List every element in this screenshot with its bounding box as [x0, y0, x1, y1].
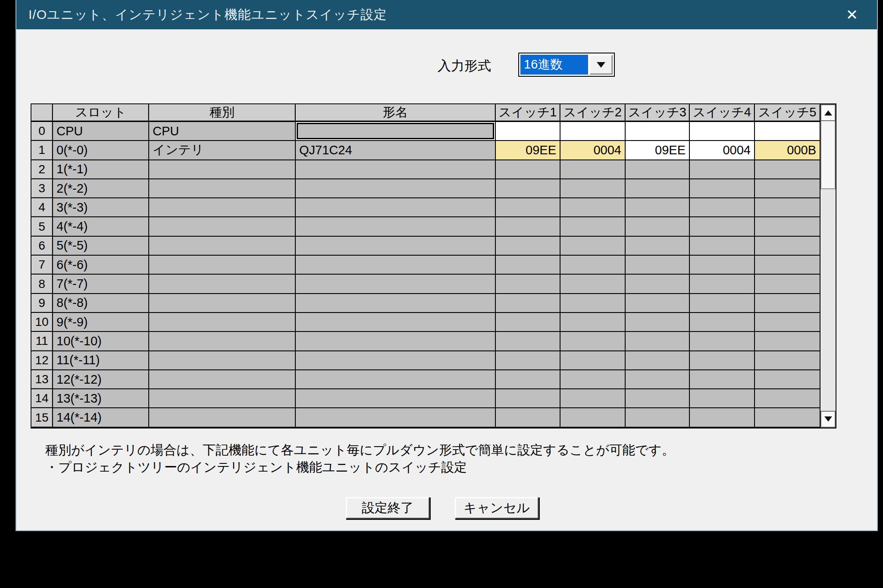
switch-cell[interactable]: [690, 313, 755, 332]
switch-cell[interactable]: [626, 198, 690, 217]
switch-cell[interactable]: [690, 122, 755, 141]
model-cell[interactable]: [296, 370, 496, 389]
switch-cell[interactable]: [690, 217, 755, 236]
type-cell[interactable]: [149, 294, 296, 313]
switch-cell[interactable]: [690, 256, 755, 275]
switch-cell[interactable]: [560, 122, 626, 141]
model-cell[interactable]: [296, 217, 496, 236]
switch-cell[interactable]: [690, 351, 755, 370]
switch-cell[interactable]: [626, 370, 690, 389]
scroll-down-button[interactable]: [820, 411, 836, 428]
switch-cell[interactable]: [626, 408, 690, 427]
switch-cell[interactable]: [626, 237, 690, 256]
switch-cell[interactable]: [496, 408, 560, 427]
switch-cell[interactable]: [690, 198, 755, 217]
switch-cell[interactable]: [755, 122, 820, 141]
switch-cell[interactable]: [496, 198, 560, 217]
switch-cell[interactable]: [560, 256, 626, 275]
switch-cell[interactable]: [690, 389, 755, 408]
model-cell[interactable]: [296, 294, 496, 313]
switch-cell[interactable]: [496, 275, 560, 294]
scroll-up-button[interactable]: [820, 104, 836, 121]
switch-cell[interactable]: [755, 217, 820, 236]
type-cell[interactable]: [149, 256, 296, 275]
switch-cell[interactable]: [626, 275, 690, 294]
model-cell[interactable]: [296, 351, 496, 370]
type-cell[interactable]: [149, 275, 296, 294]
type-cell[interactable]: [149, 179, 296, 198]
switch-cell[interactable]: [626, 351, 690, 370]
scrollbar-track[interactable]: [820, 189, 836, 411]
switch-cell[interactable]: [626, 389, 690, 408]
model-cell[interactable]: [296, 160, 496, 179]
model-cell[interactable]: [296, 122, 496, 141]
model-cell[interactable]: [296, 198, 496, 217]
slot-cell[interactable]: 9(*-9): [53, 313, 149, 332]
switch-cell[interactable]: [560, 389, 626, 408]
switch-cell[interactable]: [626, 217, 690, 236]
switch-cell[interactable]: [496, 237, 560, 256]
switch-cell[interactable]: [496, 294, 560, 313]
switch-cell[interactable]: [560, 198, 626, 217]
switch-cell[interactable]: [755, 408, 820, 427]
switch-cell[interactable]: [690, 160, 755, 179]
model-cell[interactable]: [296, 256, 496, 275]
switch-cell[interactable]: [755, 313, 820, 332]
slot-cell[interactable]: 2(*-2): [53, 179, 149, 198]
slot-cell[interactable]: 7(*-7): [53, 275, 149, 294]
type-cell[interactable]: [149, 217, 296, 236]
slot-cell[interactable]: 8(*-8): [53, 294, 149, 313]
switch-cell[interactable]: [496, 370, 560, 389]
slot-cell[interactable]: 0(*-0): [53, 141, 149, 160]
switch-cell[interactable]: [560, 370, 626, 389]
switch-cell[interactable]: [755, 389, 820, 408]
switch-cell[interactable]: [626, 179, 690, 198]
type-cell[interactable]: [149, 370, 296, 389]
model-cell[interactable]: [296, 389, 496, 408]
slot-cell[interactable]: 10(*-10): [53, 332, 149, 351]
switch-cell[interactable]: [690, 370, 755, 389]
type-cell[interactable]: [149, 351, 296, 370]
model-cell[interactable]: [296, 313, 496, 332]
switch-cell[interactable]: [626, 256, 690, 275]
switch-cell[interactable]: [626, 313, 690, 332]
switch-cell[interactable]: 000B: [755, 141, 820, 160]
type-cell[interactable]: [149, 332, 296, 351]
switch-cell[interactable]: [560, 179, 626, 198]
switch-cell[interactable]: [496, 179, 560, 198]
model-cell[interactable]: [296, 179, 496, 198]
model-cell[interactable]: [296, 275, 496, 294]
switch-cell[interactable]: [496, 351, 560, 370]
switch-cell[interactable]: [560, 351, 626, 370]
switch-cell[interactable]: 09EE: [496, 141, 560, 160]
switch-cell[interactable]: [755, 294, 820, 313]
switch-cell[interactable]: 0004: [690, 141, 755, 160]
switch-cell[interactable]: [560, 332, 626, 351]
switch-cell[interactable]: [560, 408, 626, 427]
input-format-combobox[interactable]: 16進数: [518, 53, 615, 77]
switch-cell[interactable]: [496, 160, 560, 179]
switch-cell[interactable]: [626, 294, 690, 313]
switch-cell[interactable]: [755, 179, 820, 198]
model-cell[interactable]: [296, 332, 496, 351]
scrollbar-thumb[interactable]: [820, 121, 836, 189]
switch-cell[interactable]: [755, 332, 820, 351]
switch-cell[interactable]: [496, 256, 560, 275]
slot-cell[interactable]: 13(*-13): [53, 389, 149, 408]
switch-cell[interactable]: [755, 370, 820, 389]
switch-cell[interactable]: [560, 275, 626, 294]
close-button[interactable]: ✕: [836, 0, 867, 29]
switch-cell[interactable]: 0004: [560, 141, 626, 160]
slot-cell[interactable]: 14(*-14): [53, 408, 149, 427]
combobox-dropdown-button[interactable]: [589, 55, 613, 75]
model-cell[interactable]: [296, 408, 496, 427]
slot-cell[interactable]: 5(*-5): [53, 237, 149, 256]
switch-cell[interactable]: 09EE: [626, 141, 690, 160]
switch-cell[interactable]: [496, 313, 560, 332]
switch-cell[interactable]: [755, 275, 820, 294]
switch-cell[interactable]: [560, 217, 626, 236]
switch-cell[interactable]: [560, 313, 626, 332]
switch-cell[interactable]: [560, 237, 626, 256]
cancel-button[interactable]: キャンセル: [455, 497, 539, 519]
switch-cell[interactable]: [626, 122, 690, 141]
